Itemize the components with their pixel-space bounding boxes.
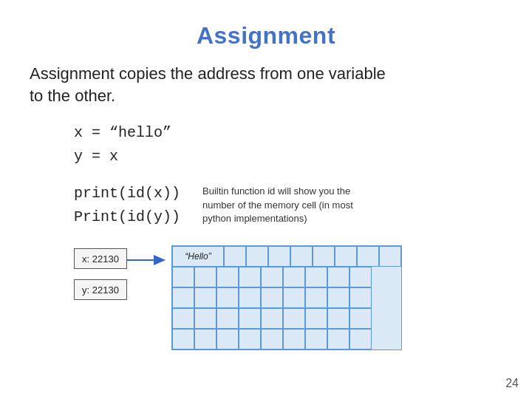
grid-cell [379, 246, 401, 267]
grid-row: “Hello” [172, 246, 401, 267]
memory-grid: “Hello” [171, 245, 402, 350]
grid-cell [313, 246, 335, 267]
hello-text: “Hello” [185, 251, 211, 262]
x-label: x: 22130 [74, 248, 127, 269]
grid-row [172, 267, 401, 287]
grid-row [172, 287, 401, 308]
grid-cell [283, 267, 305, 287]
grid-cell [216, 267, 239, 287]
grid-cell [239, 267, 261, 287]
code-line-print-x: print(id(x)) [74, 182, 180, 205]
code-block-print: print(id(x)) Print(id(y)) [74, 182, 180, 229]
grid-cell [305, 287, 327, 308]
grid-cell [305, 329, 327, 349]
grid-cell [216, 308, 239, 329]
grid-cell: “Hello” [172, 246, 224, 267]
variable-labels: x: 22130 y: 22130 [74, 248, 127, 300]
code-line-x: x = “hello” [74, 121, 171, 145]
arrow-container [127, 245, 171, 287]
grid-cell [172, 329, 194, 349]
y-label: y: 22130 [74, 279, 127, 300]
grid-row [172, 329, 401, 349]
builtin-note: Builtin function id will show you the nu… [202, 185, 358, 225]
grid-cell [327, 329, 349, 349]
grid-cell [349, 308, 372, 329]
grid-cell [283, 308, 305, 329]
memory-area: x: 22130 y: 22130 “Hello” [74, 245, 502, 350]
page-number: 24 [505, 377, 519, 390]
grid-cell [335, 246, 357, 267]
grid-cell [261, 287, 283, 308]
grid-row [172, 308, 401, 329]
grid-cell [239, 308, 261, 329]
grid-cell [172, 308, 194, 329]
grid-cell [305, 267, 327, 287]
grid-cell [239, 287, 261, 308]
grid-cell [261, 267, 283, 287]
grid-cell [357, 246, 379, 267]
grid-cell [246, 246, 268, 267]
grid-cell [261, 308, 283, 329]
grid-cell [216, 329, 239, 349]
memory-grid-wrapper: “Hello” [171, 245, 402, 350]
grid-cell [194, 308, 216, 329]
grid-cell [194, 267, 216, 287]
grid-cell [327, 287, 349, 308]
slide-title: Assignment [30, 22, 502, 50]
grid-cell [239, 329, 261, 349]
grid-cell [172, 287, 194, 308]
grid-cell [327, 308, 349, 329]
grid-cell [261, 329, 283, 349]
grid-cell [172, 267, 194, 287]
slide-body-text: Assignment copies the address from one v… [30, 63, 502, 106]
grid-cell [283, 329, 305, 349]
grid-cell [327, 267, 349, 287]
arrow-icon [127, 250, 171, 287]
code-block-xy: x = “hello” y = x [74, 121, 171, 168]
code-line-print-y: Print(id(y)) [74, 205, 180, 229]
grid-cell [224, 246, 246, 267]
slide-container: Assignment Assignment copies the address… [0, 0, 532, 399]
body-line1: Assignment copies the address from one v… [30, 64, 386, 83]
code-line-y: y = x [74, 145, 171, 168]
print-row: print(id(x)) Print(id(y)) Builtin functi… [74, 182, 502, 229]
grid-cell [290, 246, 313, 267]
grid-cell [194, 329, 216, 349]
code-section-xy: x = “hello” y = x [74, 121, 502, 168]
body-line2: to the other. [30, 86, 115, 105]
grid-cell [349, 287, 372, 308]
grid-cell [268, 246, 290, 267]
grid-cell [349, 329, 372, 349]
grid-cell [305, 308, 327, 329]
grid-cell [283, 287, 305, 308]
grid-cell [194, 287, 216, 308]
grid-cell [349, 267, 372, 287]
grid-cell [216, 287, 239, 308]
